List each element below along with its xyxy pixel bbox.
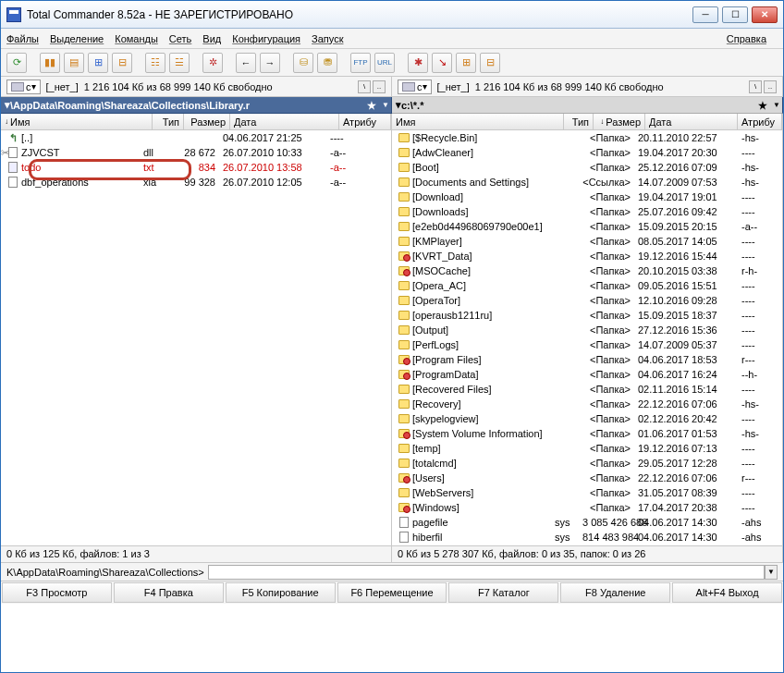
f4-edit-button[interactable]: F4 Правка: [114, 582, 224, 603]
file-row[interactable]: [..]04.06.2017 21:25----: [1, 130, 391, 145]
maximize-button[interactable]: ☐: [722, 6, 748, 23]
file-row[interactable]: [Download]<Папка>19.04.2017 19:01----: [392, 190, 782, 204]
file-row[interactable]: [System Volume Information]<Папка>01.06.…: [392, 426, 782, 441]
file-row[interactable]: dbf_operationsxla99 32826.07.2010 12:05-…: [1, 175, 391, 190]
f7-mkdir-button[interactable]: F7 Каталог: [448, 582, 558, 603]
right-root-button[interactable]: \: [749, 80, 762, 93]
menu-mark[interactable]: Выделение: [50, 33, 104, 44]
folder-icon: [398, 384, 410, 395]
statusbar: 0 Кб из 125 Кб, файлов: 1 из 3 0 Кб из 5…: [1, 546, 783, 563]
toolbar-thumb-icon[interactable]: ⊞: [88, 53, 108, 73]
column-header-right[interactable]: Имя Тип ↓Размер Дата Атрибу: [392, 114, 782, 130]
file-list-left[interactable]: [..]04.06.2017 21:25----✂ZJVCSTdll28 672…: [1, 130, 391, 545]
menu-start[interactable]: Запуск: [312, 33, 343, 44]
drive-select-left[interactable]: c ▾: [6, 80, 41, 94]
file-row[interactable]: [Users]<Папка>22.12.2016 07:06r---: [392, 471, 782, 485]
toolbar-wand-icon[interactable]: ↘: [432, 53, 452, 73]
toolbar-back-icon[interactable]: ←: [236, 53, 256, 73]
command-line: K\AppData\Roaming\Shareaza\Collections> …: [1, 563, 783, 581]
f8-delete-button[interactable]: F8 Удаление: [560, 582, 670, 603]
file-row[interactable]: [Boot]<Папка>25.12.2016 07:09-hs-: [392, 160, 782, 175]
toolbar-unpack-icon[interactable]: ⛃: [317, 53, 337, 73]
toolbar-all-icon[interactable]: ☷: [145, 53, 165, 73]
toolbar-tree-icon[interactable]: ⊟: [112, 53, 132, 73]
file-row[interactable]: todotxt83426.07.2010 13:58-a--: [1, 160, 391, 175]
file-row[interactable]: [ProgramData]<Папка>04.06.2017 16:24--h-: [392, 367, 782, 382]
toolbar-refresh-icon[interactable]: ⟳: [6, 53, 27, 73]
minimize-button[interactable]: ─: [692, 6, 718, 23]
file-row[interactable]: [Program Files]<Папка>04.06.2017 18:53r-…: [392, 352, 782, 367]
drive-free-right: 1 216 104 Кб из 68 999 140 Кб свободно: [475, 81, 743, 92]
drive-label-right: [_нет_]: [437, 81, 470, 92]
toolbar-url-icon[interactable]: URL: [374, 53, 395, 73]
toolbar-pack-icon[interactable]: ⛁: [293, 53, 313, 73]
f3-view-button[interactable]: F3 Просмотр: [2, 582, 112, 603]
toolbar-ftp-icon[interactable]: FTP: [350, 53, 371, 73]
panels: ↓Имя Тип Размер Дата Атрибу [..]04.06.20…: [1, 114, 783, 546]
menu-show[interactable]: Вид: [202, 33, 221, 44]
close-button[interactable]: ✕: [752, 6, 778, 23]
f5-copy-button[interactable]: F5 Копирование: [226, 582, 336, 603]
file-row[interactable]: [AdwCleaner]<Папка>19.04.2017 20:30----: [392, 145, 782, 160]
history-icon[interactable]: ▼: [382, 101, 389, 109]
folder-icon: [398, 295, 410, 306]
toolbar-mm1-icon[interactable]: ⊞: [456, 53, 476, 73]
file-row[interactable]: [e2eb0d44968069790e00e1]<Папка>15.09.201…: [392, 219, 782, 234]
file-row[interactable]: pagefilesys3 085 426 68804.06.2017 14:30…: [392, 515, 782, 530]
folder-icon: [398, 487, 410, 498]
menu-config[interactable]: Конфигурация: [232, 33, 300, 44]
file-row[interactable]: [Recovery]<Папка>22.12.2016 07:06-hs-: [392, 397, 782, 411]
toolbar-full-icon[interactable]: ▤: [64, 53, 84, 73]
file-row[interactable]: [Windows]<Папка>17.04.2017 20:38----: [392, 500, 782, 515]
history-icon[interactable]: ▼: [773, 101, 780, 109]
toolbar-prog-icon[interactable]: ☱: [169, 53, 190, 73]
file-row[interactable]: [Opera_AC]<Папка>09.05.2016 15:51----: [392, 278, 782, 293]
file-row[interactable]: [Output]<Папка>27.12.2016 15:36----: [392, 323, 782, 337]
file-row[interactable]: [totalcmd]<Папка>29.05.2017 12:28----: [392, 456, 782, 471]
column-header-left[interactable]: ↓Имя Тип Размер Дата Атрибу: [1, 114, 391, 130]
file-row[interactable]: [$Recycle.Bin]<Папка>20.11.2010 22:57-hs…: [392, 130, 782, 145]
file-list-right[interactable]: [$Recycle.Bin]<Папка>20.11.2010 22:57-hs…: [392, 130, 782, 545]
command-input[interactable]: [208, 565, 765, 580]
command-history-button[interactable]: ▼: [765, 565, 778, 580]
menu-net[interactable]: Сеть: [169, 33, 191, 44]
file-row[interactable]: [temp]<Папка>19.12.2016 07:13----: [392, 441, 782, 456]
toolbar-fwd-icon[interactable]: →: [260, 53, 280, 73]
file-row[interactable]: ✂ZJVCSTdll28 67226.07.2010 10:33-a--: [1, 145, 391, 160]
drive-select-right[interactable]: c ▾: [398, 80, 432, 94]
folder-icon: [398, 251, 410, 262]
toolbar-notepad-icon[interactable]: ✱: [408, 53, 428, 73]
menu-files[interactable]: Файлы: [6, 33, 39, 44]
toolbar-mm2-icon[interactable]: ⊟: [480, 53, 500, 73]
f6-move-button[interactable]: F6 Перемещение: [337, 582, 447, 603]
file-row[interactable]: [KMPlayer]<Папка>08.05.2017 14:05----: [392, 234, 782, 249]
left-up-button[interactable]: ..: [373, 80, 386, 93]
toolbar-brief-icon[interactable]: ▮▮: [40, 53, 60, 73]
left-root-button[interactable]: \: [358, 80, 371, 93]
file-row[interactable]: [skypelogview]<Папка>02.12.2016 20:42---…: [392, 411, 782, 426]
folder-icon: [398, 147, 410, 158]
file-row[interactable]: [Recovered Files]<Папка>02.11.2016 15:14…: [392, 382, 782, 397]
menu-help[interactable]: Справка: [727, 33, 766, 44]
file-row[interactable]: hiberfilsys814 483 98404.06.2017 14:30-a…: [392, 530, 782, 545]
file-row[interactable]: [Downloads]<Папка>25.07.2016 09:42----: [392, 204, 782, 219]
file-row[interactable]: [OperaTor]<Папка>12.10.2016 09:28----: [392, 293, 782, 308]
file-row[interactable]: [KVRT_Data]<Папка>19.12.2016 15:44----: [392, 249, 782, 263]
altf4-exit-button[interactable]: Alt+F4 Выход: [672, 582, 782, 603]
file-row[interactable]: [MSOCache]<Папка>20.10.2015 03:38r-h-: [392, 263, 782, 278]
menu-commands[interactable]: Команды: [115, 33, 158, 44]
path-left[interactable]: ▾ \AppData\Roaming\Shareaza\Collections\…: [1, 97, 392, 114]
panel-left: ↓Имя Тип Размер Дата Атрибу [..]04.06.20…: [1, 114, 392, 545]
folder-icon: [398, 177, 410, 188]
file-row[interactable]: [operausb1211ru]<Папка>15.09.2015 18:37-…: [392, 308, 782, 323]
file-row[interactable]: [Documents and Settings]<Ссылка>14.07.20…: [392, 175, 782, 190]
folder-icon: [398, 413, 410, 424]
right-up-button[interactable]: ..: [764, 80, 777, 93]
file-row[interactable]: [PerfLogs]<Папка>14.07.2009 05:37----: [392, 337, 782, 352]
file-row[interactable]: [WebServers]<Папка>31.05.2017 08:39----: [392, 485, 782, 500]
fav-icon[interactable]: ★: [367, 100, 378, 111]
toolbar-invert-icon[interactable]: ✲: [202, 53, 223, 73]
fav-icon[interactable]: ★: [758, 100, 769, 111]
titlebar[interactable]: Total Commander 8.52a - НЕ ЗАРЕГИСТРИРОВ…: [1, 1, 783, 29]
path-right[interactable]: ▾ c:\*.*★▼: [392, 97, 783, 114]
